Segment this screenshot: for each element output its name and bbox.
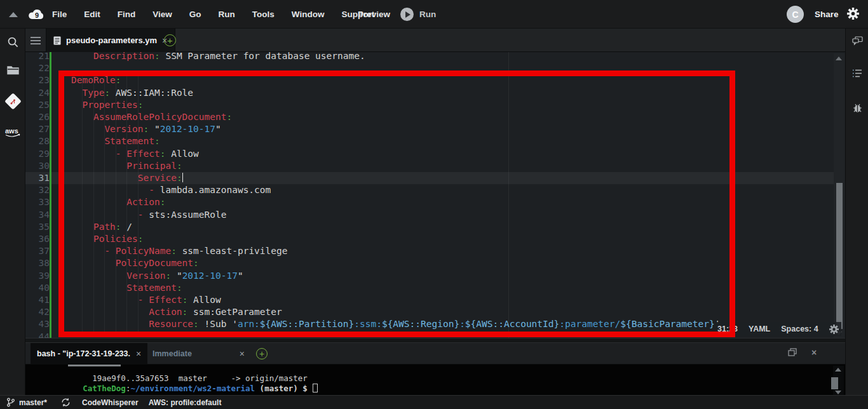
svg-text:aws: aws	[5, 127, 18, 135]
menu-tools[interactable]: Tools	[252, 10, 275, 19]
tab-immediate[interactable]: Immediate ×	[146, 343, 251, 365]
terminal-tab-close-icon[interactable]: ×	[136, 349, 141, 359]
line-number: 37	[25, 245, 50, 257]
run-play-icon[interactable]	[400, 8, 414, 21]
line-number: 40	[25, 282, 50, 294]
debugger-bug-icon[interactable]	[846, 103, 868, 113]
git-branch-status[interactable]: master*	[6, 398, 47, 407]
line-number: 41	[25, 294, 50, 306]
line-number: 38	[25, 257, 50, 269]
right-icon-rail	[845, 29, 868, 395]
line-number: 30	[25, 160, 50, 172]
terminal-scroll-up-icon[interactable]	[835, 368, 841, 372]
sync-icon	[61, 398, 71, 407]
git-branch-icon	[6, 398, 15, 407]
editor-scrollbar[interactable]	[834, 53, 844, 338]
editor-settings-gear-icon[interactable]	[829, 325, 839, 334]
collapse-menubar-icon[interactable]	[9, 12, 18, 17]
cloud9-ide-window: 9 FileEditFindViewGoRunToolsWindowSuppor…	[0, 0, 868, 409]
git-gutter-added-stripe	[50, 52, 51, 338]
terminal-scrollbar[interactable]	[833, 366, 844, 395]
tab-bash-terminal[interactable]: bash - "ip-172-31-19-233. ×	[31, 343, 147, 365]
line-number: 44	[25, 331, 50, 338]
terminal-scroll-down-icon[interactable]	[835, 391, 841, 394]
prompt-path: ~/environment/ws2-material	[130, 384, 255, 393]
line-number: 27	[25, 123, 50, 135]
tab-label: pseudo-parameters.ym	[66, 36, 157, 45]
editor-scroll-thumb[interactable]	[836, 183, 843, 329]
sync-status[interactable]	[61, 398, 71, 407]
run-button[interactable]: Run	[400, 0, 436, 29]
collaborate-chat-icon[interactable]	[846, 36, 868, 46]
line-number: 32	[25, 184, 50, 196]
line-number: 35	[25, 221, 50, 233]
document-icon	[53, 36, 61, 45]
aws-profile-status[interactable]: AWS: profile:default	[149, 398, 222, 407]
codewhisperer-status[interactable]: CodeWhisperer	[82, 398, 139, 407]
scroll-up-icon[interactable]	[836, 57, 842, 60]
left-icon-rail: aws	[0, 29, 25, 395]
line-number: 24	[25, 87, 50, 99]
line-number: 26	[25, 111, 50, 123]
code-line-21: Description: SSM Parameter for database …	[71, 52, 365, 62]
line-number: 34	[25, 209, 50, 221]
terminal-output[interactable]: 19ae9f0..35a7653 master -> origin/master…	[25, 365, 845, 395]
git-icon[interactable]	[0, 95, 25, 107]
menu-find[interactable]: Find	[118, 10, 136, 19]
tab-pseudo-parameters[interactable]: pseudo-parameters.ym ×	[46, 29, 175, 52]
line-number: 29	[25, 148, 50, 160]
tab-list-menu-icon[interactable]	[25, 29, 46, 52]
spaces-setting[interactable]: Spaces: 4	[781, 325, 818, 333]
close-panel-icon[interactable]: ×	[811, 348, 817, 357]
terminal-line: 19ae9f0..35a7653 master -> origin/master	[54, 365, 308, 373]
new-tab-button[interactable]: +	[164, 34, 176, 46]
new-terminal-tab-button[interactable]: +	[256, 348, 268, 359]
preferences-gear-icon[interactable]	[847, 8, 859, 22]
line-number: 31	[25, 172, 50, 184]
line-number: 21	[25, 52, 50, 62]
terminal-cursor	[313, 384, 318, 392]
line-number: 23	[25, 74, 50, 86]
aws-toolkit-icon[interactable]: aws	[0, 127, 25, 138]
user-avatar[interactable]: C	[787, 6, 804, 23]
search-icon[interactable]	[0, 36, 25, 48]
line-number: 39	[25, 270, 50, 282]
line-number: 22	[25, 62, 50, 74]
menu-run[interactable]: Run	[219, 10, 235, 19]
share-button[interactable]: Share	[815, 0, 839, 29]
menu-bar: 9 FileEditFindViewGoRunToolsWindowSuppor…	[0, 0, 868, 29]
terminal-scroll-thumb[interactable]	[831, 377, 838, 389]
cloud9-logo-icon[interactable]: 9	[27, 8, 46, 23]
pane-resize-handle[interactable]	[25, 338, 845, 343]
editor-tab-bar: pseudo-parameters.ym × +	[25, 29, 845, 52]
menu-view[interactable]: View	[153, 10, 172, 19]
menu-file[interactable]: File	[52, 10, 67, 19]
line-number: 36	[25, 233, 50, 245]
outline-icon[interactable]	[846, 69, 868, 77]
line-number: 33	[25, 196, 50, 208]
line-number: 25	[25, 99, 50, 111]
menu-window[interactable]: Window	[292, 10, 325, 19]
red-highlight-annotation	[58, 70, 735, 337]
maximize-panel-icon[interactable]	[788, 348, 797, 357]
line-number: 28	[25, 135, 50, 147]
immediate-tab-close-icon[interactable]: ×	[240, 349, 245, 359]
terminal-prompt: CatTheDog:~/environment/ws2-material (ma…	[54, 373, 318, 384]
prompt-user: CatTheDog	[83, 384, 126, 393]
menu-edit[interactable]: Edit	[84, 10, 100, 19]
line-number: 43	[25, 318, 50, 330]
line-number: 42	[25, 306, 50, 318]
menu-items: FileEditFindViewGoRunToolsWindowSupport	[52, 0, 374, 29]
menu-go[interactable]: Go	[189, 10, 201, 19]
syntax-mode[interactable]: YAML	[749, 325, 770, 333]
bottom-status-bar: master* CodeWhisperer AWS: profile:defau…	[0, 395, 868, 409]
file-tree-folder-icon[interactable]	[0, 65, 25, 75]
preview-button[interactable]: Preview	[358, 0, 390, 29]
terminal-tab-bar: bash - "ip-172-31-19-233. × Immediate × …	[25, 343, 845, 365]
svg-text:9: 9	[35, 11, 39, 19]
